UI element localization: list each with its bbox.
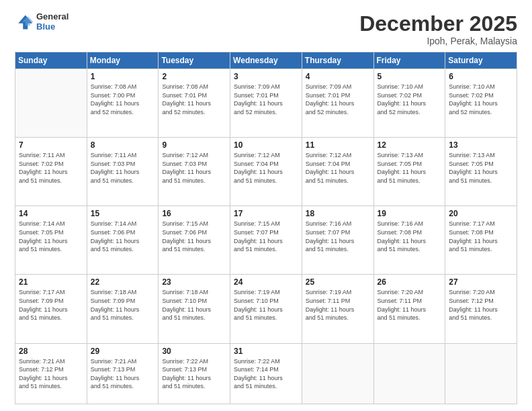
day-number: 24 [234,277,298,287]
table-row: 10Sunrise: 7:12 AMSunset: 7:04 PMDayligh… [230,138,302,206]
table-row: 20Sunrise: 7:17 AMSunset: 7:08 PMDayligh… [445,206,517,275]
table-row: 6Sunrise: 7:10 AMSunset: 7:02 PMDaylight… [445,69,517,138]
logo-icon [15,13,34,32]
day-info: Sunrise: 7:09 AMSunset: 7:01 PMDaylight:… [306,83,370,116]
day-number: 3 [234,72,298,81]
table-row: 26Sunrise: 7:20 AMSunset: 7:11 PMDayligh… [373,275,445,343]
day-number: 9 [162,140,226,150]
day-number: 27 [449,277,513,287]
day-number: 26 [378,277,442,287]
day-info: Sunrise: 7:11 AMSunset: 7:03 PMDaylight:… [91,151,155,185]
table-row: 2Sunrise: 7:08 AMSunset: 7:01 PMDaylight… [159,69,230,138]
table-row: 13Sunrise: 7:13 AMSunset: 7:05 PMDayligh… [445,138,517,206]
header-thursday: Thursday [302,52,373,69]
day-info: Sunrise: 7:14 AMSunset: 7:05 PMDaylight:… [19,220,83,253]
day-info: Sunrise: 7:12 AMSunset: 7:04 PMDaylight:… [234,151,298,185]
table-row: 28Sunrise: 7:21 AMSunset: 7:12 PMDayligh… [15,343,87,404]
table-row: 1Sunrise: 7:08 AMSunset: 7:00 PMDaylight… [87,69,159,138]
day-info: Sunrise: 7:20 AMSunset: 7:11 PMDaylight:… [378,288,442,322]
day-info: Sunrise: 7:08 AMSunset: 7:00 PMDaylight:… [91,83,155,116]
day-number: 20 [449,209,513,218]
day-number: 22 [91,277,155,287]
table-row [445,343,517,404]
table-row: 5Sunrise: 7:10 AMSunset: 7:02 PMDaylight… [373,69,445,138]
day-info: Sunrise: 7:10 AMSunset: 7:02 PMDaylight:… [378,83,442,116]
table-row: 22Sunrise: 7:18 AMSunset: 7:09 PMDayligh… [87,275,159,343]
day-info: Sunrise: 7:12 AMSunset: 7:04 PMDaylight:… [306,151,370,185]
day-number: 13 [449,140,513,150]
day-info: Sunrise: 7:11 AMSunset: 7:02 PMDaylight:… [19,151,83,185]
header-monday: Monday [87,52,159,69]
table-row: 3Sunrise: 7:09 AMSunset: 7:01 PMDaylight… [230,69,302,138]
day-info: Sunrise: 7:15 AMSunset: 7:06 PMDaylight:… [162,220,226,253]
day-info: Sunrise: 7:22 AMSunset: 7:13 PMDaylight:… [162,357,226,391]
logo: General Blue [15,12,69,32]
day-number: 1 [91,72,155,81]
day-number: 8 [91,140,155,150]
header-friday: Friday [373,52,445,69]
day-number: 17 [234,209,298,218]
day-info: Sunrise: 7:13 AMSunset: 7:05 PMDaylight:… [449,151,513,185]
day-info: Sunrise: 7:13 AMSunset: 7:05 PMDaylight:… [378,151,442,185]
table-row: 19Sunrise: 7:16 AMSunset: 7:08 PMDayligh… [373,206,445,275]
day-info: Sunrise: 7:16 AMSunset: 7:07 PMDaylight:… [306,220,370,253]
day-info: Sunrise: 7:10 AMSunset: 7:02 PMDaylight:… [449,83,513,116]
logo-general: General [36,12,69,22]
table-row: 25Sunrise: 7:19 AMSunset: 7:11 PMDayligh… [302,275,373,343]
header-wednesday: Wednesday [230,52,302,69]
logo-blue: Blue [36,22,69,32]
day-info: Sunrise: 7:18 AMSunset: 7:10 PMDaylight:… [162,288,226,322]
day-number: 10 [234,140,298,150]
day-number: 18 [306,209,370,218]
table-row: 24Sunrise: 7:19 AMSunset: 7:10 PMDayligh… [230,275,302,343]
day-info: Sunrise: 7:17 AMSunset: 7:09 PMDaylight:… [19,288,83,322]
location: Ipoh, Perak, Malaysia [359,36,517,46]
page: General Blue December 2025 Ipoh, Perak, … [0,0,532,411]
day-number: 16 [162,209,226,218]
day-number: 21 [19,277,83,287]
day-number: 4 [306,72,370,81]
day-number: 31 [234,347,298,356]
table-row [373,343,445,404]
table-row: 15Sunrise: 7:14 AMSunset: 7:06 PMDayligh… [87,206,159,275]
day-info: Sunrise: 7:18 AMSunset: 7:09 PMDaylight:… [91,288,155,322]
day-number: 29 [91,347,155,356]
table-row: 9Sunrise: 7:12 AMSunset: 7:03 PMDaylight… [159,138,230,206]
table-row: 11Sunrise: 7:12 AMSunset: 7:04 PMDayligh… [302,138,373,206]
table-row: 17Sunrise: 7:15 AMSunset: 7:07 PMDayligh… [230,206,302,275]
day-number: 30 [162,347,226,356]
day-number: 2 [162,72,226,81]
header-sunday: Sunday [15,52,87,69]
day-number: 15 [91,209,155,218]
day-number: 7 [19,140,83,150]
table-row: 27Sunrise: 7:20 AMSunset: 7:12 PMDayligh… [445,275,517,343]
table-row [15,69,87,138]
table-row: 12Sunrise: 7:13 AMSunset: 7:05 PMDayligh… [373,138,445,206]
day-info: Sunrise: 7:22 AMSunset: 7:14 PMDaylight:… [234,357,298,391]
header-saturday: Saturday [445,52,517,69]
header: General Blue December 2025 Ipoh, Perak, … [15,12,517,46]
day-info: Sunrise: 7:19 AMSunset: 7:11 PMDaylight:… [306,288,370,322]
day-info: Sunrise: 7:16 AMSunset: 7:08 PMDaylight:… [378,220,442,253]
table-row: 4Sunrise: 7:09 AMSunset: 7:01 PMDaylight… [302,69,373,138]
day-number: 25 [306,277,370,287]
table-row: 18Sunrise: 7:16 AMSunset: 7:07 PMDayligh… [302,206,373,275]
table-row: 23Sunrise: 7:18 AMSunset: 7:10 PMDayligh… [159,275,230,343]
table-row: 7Sunrise: 7:11 AMSunset: 7:02 PMDaylight… [15,138,87,206]
calendar-table: Sunday Monday Tuesday Wednesday Thursday… [15,52,517,404]
table-row: 30Sunrise: 7:22 AMSunset: 7:13 PMDayligh… [159,343,230,404]
day-number: 5 [378,72,442,81]
day-info: Sunrise: 7:14 AMSunset: 7:06 PMDaylight:… [91,220,155,253]
day-info: Sunrise: 7:12 AMSunset: 7:03 PMDaylight:… [162,151,226,185]
table-row: 29Sunrise: 7:21 AMSunset: 7:13 PMDayligh… [87,343,159,404]
day-number: 11 [306,140,370,150]
day-number: 14 [19,209,83,218]
day-info: Sunrise: 7:21 AMSunset: 7:12 PMDaylight:… [19,357,83,391]
table-row: 31Sunrise: 7:22 AMSunset: 7:14 PMDayligh… [230,343,302,404]
day-info: Sunrise: 7:19 AMSunset: 7:10 PMDaylight:… [234,288,298,322]
table-row: 8Sunrise: 7:11 AMSunset: 7:03 PMDaylight… [87,138,159,206]
day-info: Sunrise: 7:08 AMSunset: 7:01 PMDaylight:… [162,83,226,116]
title-block: December 2025 Ipoh, Perak, Malaysia [359,12,517,46]
day-info: Sunrise: 7:15 AMSunset: 7:07 PMDaylight:… [234,220,298,253]
table-row: 14Sunrise: 7:14 AMSunset: 7:05 PMDayligh… [15,206,87,275]
